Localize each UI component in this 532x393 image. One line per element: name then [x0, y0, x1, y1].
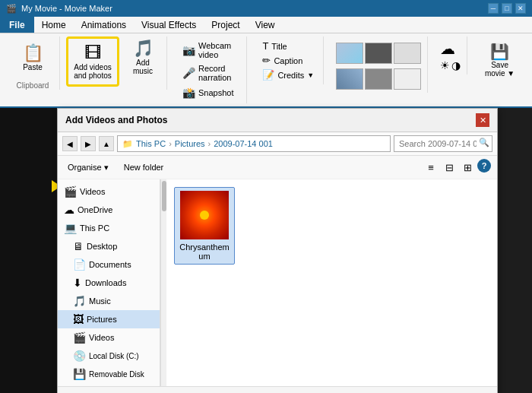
snapshot-button[interactable]: 📸 Snapshot [179, 85, 240, 100]
list-view-button[interactable]: ≡ [423, 159, 439, 176]
toolbar-row: Organise ▾ New folder ≡ ⊟ ⊞ ? [58, 156, 497, 179]
view-buttons: ≡ ⊟ ⊞ ? [423, 159, 491, 176]
effect-thumb-3[interactable] [394, 43, 421, 64]
up-button[interactable]: ▲ [99, 136, 114, 151]
videos-sub-icon: 🎬 [73, 331, 86, 344]
credits-button[interactable]: 📝 Credits ▼ [259, 68, 317, 81]
videos-icon: 🎬 [64, 185, 77, 198]
video-preview [0, 108, 57, 393]
close-button[interactable]: ✕ [515, 3, 526, 14]
search-container: 🔍 [394, 135, 492, 152]
add-music-button[interactable]: 🎵 Add music [125, 36, 160, 78]
file-thumbnail [180, 191, 229, 239]
pictures-icon: 🖼 [73, 313, 84, 325]
file-item-chrysanthemum[interactable]: Chrysanthemum [174, 187, 235, 265]
webcam-icon: 📷 [182, 44, 195, 56]
add-music-icon: 🎵 [133, 39, 154, 59]
menu-file[interactable]: File [0, 17, 34, 33]
snapshot-icon: 📸 [182, 87, 195, 99]
effect-thumb-4[interactable] [336, 68, 363, 90]
left-panel [0, 108, 57, 393]
forward-button[interactable]: ▶ [81, 136, 96, 151]
disk-icon: 💿 [73, 350, 86, 362]
new-folder-button[interactable]: New folder [119, 160, 169, 174]
address-path[interactable]: 📁 This PC › Pictures › 2009-07-14 001 [117, 135, 391, 152]
effect-thumb-5[interactable] [365, 68, 392, 90]
nav-item-music[interactable]: 🎵 Music [58, 292, 160, 310]
nav-item-desktop[interactable]: 🖥 Desktop [58, 237, 160, 255]
effect-thumb-1[interactable] [336, 43, 363, 64]
title-icon: T [262, 40, 268, 52]
effect-thumb-2[interactable] [365, 43, 392, 64]
record-narration-button[interactable]: 🎤 Record narration [179, 62, 240, 84]
help-button[interactable]: ? [477, 159, 491, 173]
maximize-button[interactable]: □ [502, 3, 512, 14]
dialog-overlay: Add Videos and Photos ✕ ◀ ▶ ▲ 📁 This PC … [57, 108, 532, 393]
save-movie-button[interactable]: 💾 Save movie ▼ [480, 40, 520, 81]
search-icon: 🔍 [479, 138, 489, 147]
menu-animations[interactable]: Animations [74, 17, 134, 33]
search-input[interactable] [394, 135, 492, 152]
dialog-title-bar: Add Videos and Photos ✕ [58, 109, 497, 132]
title-bar: 🎬 My Movie - Movie Maker ─ □ ✕ [0, 0, 532, 17]
nav-sidebar: 🎬 Videos ☁ OneDrive 💻 This PC 🖥 Desktop [58, 179, 160, 386]
ribbon-group-clipboard: 📋 Paste Clipboard [6, 36, 60, 90]
onedrive-icon: ☁ [64, 204, 74, 216]
paste-icon: 📋 [23, 43, 43, 63]
nav-item-pictures[interactable]: 🖼 Pictures [58, 310, 160, 328]
effect-thumb-6[interactable] [394, 68, 421, 90]
organise-button[interactable]: Organise ▾ [64, 160, 112, 175]
minimize-button[interactable]: ─ [488, 3, 499, 14]
menu-view[interactable]: View [248, 17, 283, 33]
desktop-icon: 🖥 [73, 240, 84, 252]
nav-item-videos-sub[interactable]: 🎬 Videos [58, 328, 160, 347]
nav-item-documents[interactable]: 📄 Documents [58, 255, 160, 274]
address-bar: ◀ ▶ ▲ 📁 This PC › Pictures › 2009-07-14 … [58, 132, 497, 156]
add-videos-icon: 🎞 [84, 43, 101, 63]
chrysanthemum-image [180, 191, 229, 239]
nav-item-videos[interactable]: 🎬 Videos [58, 182, 160, 201]
caption-icon: ✏ [262, 55, 271, 66]
title-bar-title: My Movie - Movie Maker [21, 4, 112, 13]
dialog-close-button[interactable]: ✕ [476, 113, 489, 127]
microphone-icon: 🎤 [182, 67, 195, 79]
dialog-title: Add Videos and Photos [65, 115, 167, 125]
add-videos-dialog: Add Videos and Photos ✕ ◀ ▶ ▲ 📁 This PC … [57, 108, 498, 393]
nav-item-onedrive[interactable]: ☁ OneDrive [58, 201, 160, 219]
sidebar-scrollbar[interactable] [160, 179, 166, 386]
brightness-button[interactable]: ☀ [440, 59, 450, 71]
menu-home[interactable]: Home [34, 17, 74, 33]
dialog-bottom: File name: Videos and Photos Open Cancel [58, 386, 497, 393]
nav-item-this-pc[interactable]: 💻 This PC [58, 219, 160, 237]
paste-button[interactable]: 📋 Paste [12, 36, 53, 78]
nav-item-local-disk[interactable]: 💿 Local Disk (C:) [58, 347, 160, 365]
title-button[interactable]: T Title [259, 40, 317, 52]
save-icon: 💾 [490, 43, 509, 61]
path-this-pc[interactable]: This PC [136, 139, 166, 148]
nav-item-removable-disk[interactable]: 💾 Removable Disk [58, 365, 160, 383]
add-videos-button[interactable]: 🎞 Add videos and photos [70, 40, 116, 83]
browser-content: 🎬 Videos ☁ OneDrive 💻 This PC 🖥 Desktop [58, 179, 497, 386]
file-name: Chrysanthemum [178, 242, 231, 261]
large-icons-view-button[interactable]: ⊞ [459, 159, 476, 176]
contrast-button[interactable]: ◑ [451, 59, 461, 71]
credits-icon: 📝 [262, 69, 274, 81]
nav-item-downloads[interactable]: ⬇ Downloads [58, 274, 160, 292]
ribbon: 📋 Paste Clipboard 🎞 Add videos and photo… [0, 33, 532, 108]
menu-project[interactable]: Project [204, 17, 247, 33]
webcam-video-button[interactable]: 📷 Webcam video [179, 40, 240, 61]
path-folder[interactable]: 2009-07-14 001 [214, 139, 273, 148]
back-button[interactable]: ◀ [62, 136, 78, 151]
title-bar-icon: 🎬 [6, 4, 17, 14]
music-icon: 🎵 [73, 295, 86, 307]
cloud-button[interactable]: ☁ [440, 40, 455, 58]
main-area: Add Videos and Photos ✕ ◀ ▶ ▲ 📁 This PC … [0, 108, 532, 393]
files-area: Chrysanthemum [166, 179, 497, 386]
sidebar-scrollbar-thumb[interactable] [162, 181, 166, 211]
menu-visual-effects[interactable]: Visual Effects [134, 17, 204, 33]
path-pictures[interactable]: Pictures [175, 139, 205, 148]
caption-button[interactable]: ✏ Caption [259, 54, 317, 67]
documents-icon: 📄 [73, 258, 86, 271]
computer-icon: 💻 [64, 222, 77, 234]
details-view-button[interactable]: ⊟ [441, 159, 458, 176]
